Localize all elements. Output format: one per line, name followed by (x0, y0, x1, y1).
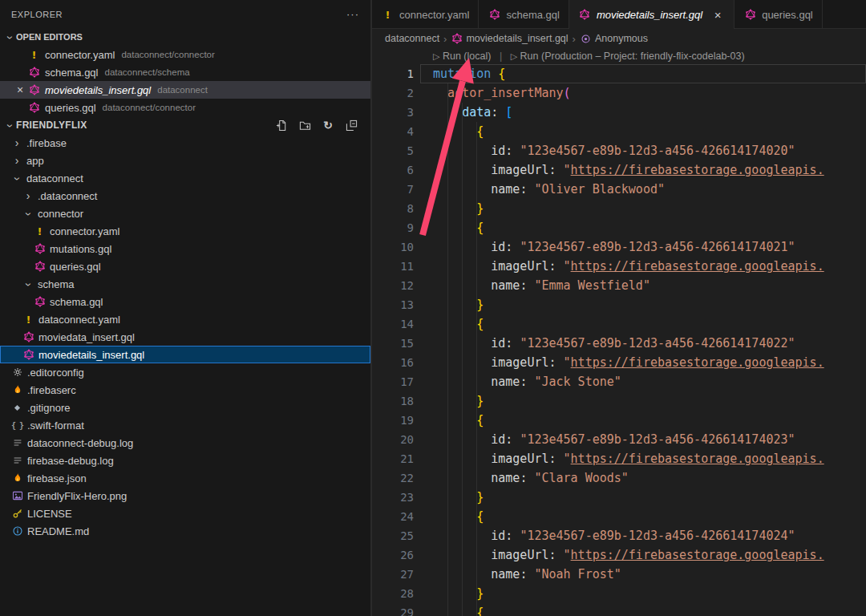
tree-item[interactable]: firebase.json (0, 469, 370, 487)
run-production-link[interactable]: ▷ Run (Production – Project: friendly-fl… (511, 51, 745, 62)
line-number: 3 (372, 103, 414, 122)
code-line[interactable]: 6 imageUrl: "https://firebasestorage.goo… (372, 160, 866, 180)
code-line[interactable]: 26 imageUrl: "https://firebasestorage.go… (372, 545, 866, 565)
tree-item[interactable]: mutations.gql (0, 240, 370, 257)
code-line[interactable]: 23 } (372, 488, 866, 507)
tree-item[interactable]: !connector.yaml (0, 222, 370, 240)
warning-icon: ! (27, 48, 41, 61)
tree-folder[interactable]: ›app (0, 152, 370, 169)
code-line[interactable]: 12 name: "Emma Westfield" (372, 276, 866, 295)
file-name: .firebase (26, 137, 67, 149)
tab-label: connector.yaml (399, 9, 469, 21)
code-line[interactable]: 17 name: "Jack Stone" (372, 372, 866, 391)
line-number: 16 (372, 353, 414, 372)
graphql-icon (33, 260, 47, 273)
code-line[interactable]: 1mutation { (372, 64, 866, 83)
open-editors-header[interactable]: › OPEN EDITORS (0, 28, 370, 46)
breadcrumb-item[interactable]: dataconnect (385, 33, 439, 44)
tree-folder[interactable]: ›.dataconnect (0, 187, 370, 205)
code-line[interactable]: 7 name: "Oliver Blackwood" (372, 180, 866, 199)
code-line[interactable]: 16 imageUrl: "https://firebasestorage.go… (372, 353, 866, 372)
code-line[interactable]: 4 { (372, 122, 866, 141)
new-file-button[interactable] (273, 117, 289, 133)
line-number: 12 (372, 276, 414, 295)
file-name: connector.yaml (45, 49, 115, 61)
code-line[interactable]: 21 imageUrl: "https://firebasestorage.go… (372, 449, 866, 468)
tree-item[interactable]: LICENSE (0, 505, 370, 522)
open-editors-label: OPEN EDITORS (16, 32, 83, 42)
file-name: .editorconfig (27, 367, 84, 379)
code-line[interactable]: 9 { (372, 218, 866, 237)
code-line[interactable]: 11 imageUrl: "https://firebasestorage.go… (372, 257, 866, 276)
code-line[interactable]: 18 } (372, 391, 866, 411)
open-editor-item[interactable]: ×!connector.yamldataconnect/connector (0, 46, 370, 63)
breadcrumb-item[interactable]: moviedetails_insert.gql (451, 32, 568, 45)
code-line[interactable]: 13 } (372, 295, 866, 314)
run-local-label: Run (local) (443, 51, 491, 62)
line-number: 21 (372, 449, 414, 468)
code-line[interactable]: 15 id: "123e4567-e89b-12d3-a456-42661417… (372, 334, 866, 353)
file-path: dataconnect/connector (121, 50, 214, 59)
refresh-button[interactable]: ↻ (320, 117, 336, 133)
code-line[interactable]: 27 name: "Noah Frost" (372, 565, 866, 584)
new-folder-button[interactable] (297, 117, 313, 133)
tree-item[interactable]: !dataconnect.yaml (0, 310, 370, 328)
open-editor-item[interactable]: ×moviedetails_insert.gqldataconnect (0, 81, 370, 99)
tree-item[interactable]: .firebaserc (0, 381, 370, 399)
tree-folder[interactable]: ›connector (0, 205, 370, 222)
line-number: 9 (372, 218, 414, 237)
tree-item[interactable]: firebase-debug.log (0, 452, 370, 469)
tree-folder[interactable]: ›schema (0, 275, 370, 293)
tree-item[interactable]: moviedata_insert.gql (0, 328, 370, 346)
more-actions-icon[interactable]: ··· (346, 8, 359, 20)
breadcrumb-item[interactable]: Anonymous (580, 32, 648, 45)
editor-tab[interactable]: !connector.yaml (372, 0, 479, 29)
editor-tab[interactable]: queries.gql (734, 0, 823, 29)
code-line[interactable]: 10 id: "123e4567-e89b-12d3-a456-42661417… (372, 237, 866, 257)
tree-item[interactable]: queries.gql (0, 257, 370, 275)
code-line[interactable]: 3 data: [ (372, 103, 866, 122)
run-local-link[interactable]: ▷ Run (local) (433, 51, 491, 62)
close-icon[interactable]: × (710, 8, 725, 22)
code-line[interactable]: 28 } (372, 584, 866, 603)
tree-item[interactable]: dataconnect-debug.log (0, 434, 370, 452)
log-icon (10, 454, 24, 467)
code-line[interactable]: 2 actor_insertMany( (372, 83, 866, 103)
tree-item[interactable]: { }.swift-format (0, 416, 370, 434)
code-line[interactable]: 20 id: "123e4567-e89b-12d3-a456-42661417… (372, 430, 866, 449)
editor-tab[interactable]: schema.gql (479, 0, 569, 29)
open-editor-item[interactable]: ×queries.gqldataconnect/connector (0, 99, 370, 116)
code-line[interactable]: 24 { (372, 507, 866, 526)
line-number: 22 (372, 468, 414, 488)
tree-folder[interactable]: ›dataconnect (0, 169, 370, 187)
file-name: LICENSE (27, 508, 72, 520)
tree-folder[interactable]: ›.firebase (0, 134, 370, 152)
collapse-all-button[interactable] (343, 117, 359, 133)
close-icon[interactable]: × (13, 83, 27, 96)
line-number: 1 (372, 64, 414, 83)
warning-icon: ! (33, 225, 47, 237)
tree-item[interactable]: .editorconfig (0, 363, 370, 381)
open-editor-item[interactable]: ×schema.gqldataconnect/schema (0, 63, 370, 81)
code-line[interactable]: 19 { (372, 411, 866, 430)
info-icon (10, 525, 24, 537)
code-line[interactable]: 8 } (372, 199, 866, 218)
code-line[interactable]: 29 { (372, 603, 866, 616)
code-line[interactable]: 14 { (372, 314, 866, 334)
gear-icon (10, 366, 24, 379)
file-name: schema (38, 278, 75, 290)
tree-item[interactable]: .gitignore (0, 399, 370, 416)
tree-item[interactable]: FriendlyFlix-Hero.png (0, 487, 370, 505)
file-name: queries.gql (45, 102, 96, 114)
codelens-separator: | (500, 51, 502, 62)
code-line[interactable]: 25 id: "123e4567-e89b-12d3-a456-42661417… (372, 526, 866, 545)
file-name: .gitignore (27, 402, 70, 414)
editor-tab[interactable]: moviedetails_insert.gql× (569, 0, 734, 29)
tree-item[interactable]: README.md (0, 522, 370, 540)
code-line[interactable]: 5 id: "123e4567-e89b-12d3-a456-426614174… (372, 141, 866, 160)
tree-item[interactable]: moviedetails_insert.gql (0, 346, 370, 363)
code-line[interactable]: 22 name: "Clara Woods" (372, 468, 866, 488)
tree-item[interactable]: schema.gql (0, 293, 370, 310)
project-section-header[interactable]: › FRIENDLYFLIX ↻ (0, 116, 370, 134)
code-editor[interactable]: ▷ Run (local) | ▷ Run (Production – Proj… (372, 48, 866, 616)
